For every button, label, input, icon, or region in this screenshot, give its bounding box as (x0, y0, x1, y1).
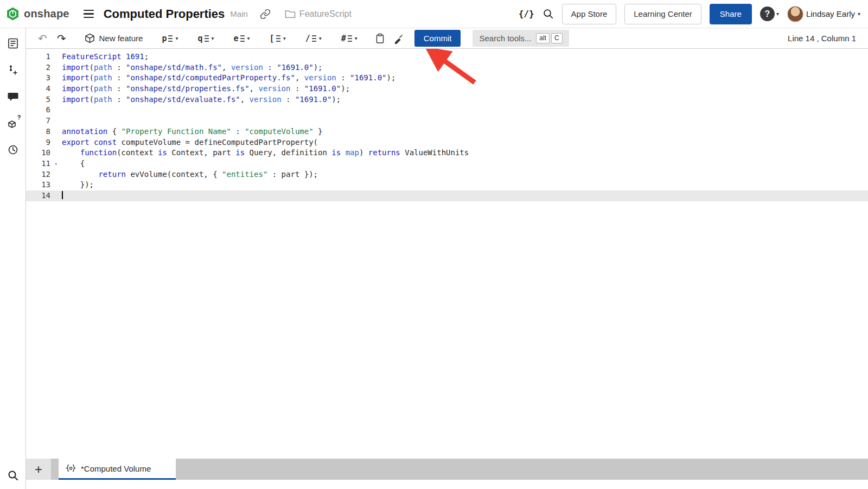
search-icon[interactable] (542, 8, 554, 20)
chevron-down-icon: ▾ (355, 35, 358, 41)
code-text[interactable]: import(path : "onshape/std/evaluate.fs",… (60, 94, 868, 105)
tool-glyph-icon: p (162, 35, 167, 42)
code-line-7[interactable]: 7 (26, 116, 868, 126)
code-text[interactable]: import(path : "onshape/std/computedPartP… (60, 73, 868, 84)
search-in-document-icon[interactable] (0, 469, 26, 481)
onshape-logo: onshape (5, 7, 69, 21)
code-text[interactable] (60, 116, 868, 126)
line-number[interactable]: 5 (26, 94, 60, 105)
question-badge: ? (17, 114, 21, 120)
editor-tool-dropdown-4[interactable]: [▾ (264, 33, 292, 44)
tab-computed-volume[interactable]: *Computed Volume (59, 459, 176, 480)
code-line-1[interactable]: 1FeatureScript 1691; (26, 52, 868, 62)
user-name: Lindsay Early (806, 9, 855, 18)
code-line-9[interactable]: 9export const computeVolume = defineComp… (26, 137, 868, 148)
comments-icon[interactable] (6, 90, 20, 104)
code-line-6[interactable]: 6 (26, 105, 868, 116)
line-number[interactable]: 1 (26, 52, 60, 62)
line-number[interactable]: 4 (26, 84, 60, 94)
line-number[interactable]: 10 (26, 148, 60, 158)
chevron-down-icon: ▾ (212, 35, 214, 41)
help-icon[interactable]: ? (760, 7, 775, 21)
line-number[interactable]: 14 (26, 190, 60, 201)
tab-label: *Computed Volume (81, 464, 151, 473)
feature-outline-panel-icon[interactable] (6, 36, 20, 50)
redo-button[interactable]: ↷ (54, 32, 69, 45)
linked-documents-icon[interactable]: ? (6, 116, 20, 130)
line-number[interactable]: 9 (26, 137, 60, 148)
help-menu[interactable]: ? ▾ (760, 7, 779, 21)
editor-tool-dropdown-3[interactable]: e▾ (228, 33, 256, 44)
code-text[interactable]: return evVolume(context, { "entities" : … (60, 169, 868, 180)
learning-center-button[interactable]: Learning Center (624, 4, 701, 24)
code-line-5[interactable]: 5import(path : "onshape/std/evaluate.fs"… (26, 94, 868, 105)
breadcrumb[interactable]: FeatureScript (285, 9, 352, 19)
insert-node-icon[interactable] (6, 63, 20, 77)
tool-glyph-icon: / (305, 35, 310, 42)
main-menu-icon[interactable] (84, 10, 94, 18)
code-line-13[interactable]: 13 }); (26, 180, 868, 190)
chevron-down-icon: ▾ (319, 35, 322, 41)
line-number[interactable]: 11▾ (26, 158, 60, 169)
kbd-alt: alt (536, 33, 550, 44)
new-feature-button[interactable]: New feature (81, 33, 146, 44)
editor-toolbar: ↶ ↷ New feature p▾q▾e▾[▾/▾#▾ Commit Sear… (26, 28, 868, 49)
fold-toggle-icon[interactable]: ▾ (55, 159, 58, 170)
editor-tool-dropdown-2[interactable]: q▾ (192, 33, 220, 44)
history-icon[interactable] (6, 143, 20, 157)
code-text[interactable]: { (60, 158, 868, 169)
editor-tool-dropdown-1[interactable]: p▾ (156, 33, 184, 44)
code-text[interactable]: annotation { "Property Function Name" : … (60, 126, 868, 137)
editor-tool-dropdown-6[interactable]: #▾ (335, 33, 363, 44)
user-menu[interactable]: Lindsay Early ▾ (787, 6, 860, 22)
format-code-button[interactable] (389, 32, 408, 45)
app-store-button[interactable]: App Store (562, 4, 617, 24)
undo-button[interactable]: ↶ (35, 32, 50, 45)
search-tools-placeholder: Search tools... (479, 34, 531, 43)
document-title: Computed Properties (104, 7, 225, 21)
code-line-11[interactable]: 11▾ { (26, 158, 868, 169)
code-text[interactable]: }); (60, 180, 868, 190)
cube-icon (85, 33, 95, 43)
line-number[interactable]: 7 (26, 116, 60, 126)
workspace-name[interactable]: Main (230, 9, 248, 18)
line-number[interactable]: 8 (26, 126, 60, 137)
code-line-3[interactable]: 3import(path : "onshape/std/computedPart… (26, 73, 868, 84)
new-feature-label: New feature (99, 34, 143, 43)
line-number[interactable]: 6 (26, 105, 60, 116)
tool-lines-icon (168, 35, 173, 42)
code-text[interactable]: function(context is Context, part is Que… (60, 148, 868, 158)
line-number[interactable]: 3 (26, 73, 60, 84)
tool-glyph-icon: q (197, 35, 202, 42)
share-button[interactable]: Share (710, 4, 752, 24)
code-editor[interactable]: 1FeatureScript 1691;2import(path : "onsh… (26, 49, 868, 459)
code-lines: 1FeatureScript 1691;2import(path : "onsh… (26, 52, 868, 201)
tool-lines-icon (276, 35, 280, 42)
code-text[interactable]: import(path : "onshape/std/math.fs", ver… (60, 62, 868, 73)
paste-button[interactable] (371, 32, 389, 45)
code-braces-icon[interactable]: {/} (519, 9, 534, 19)
code-line-12[interactable]: 12 return evVolume(context, { "entities"… (26, 169, 868, 180)
search-tools-field[interactable]: Search tools... alt C (473, 30, 569, 47)
editor-tool-dropdown-5[interactable]: /▾ (299, 33, 328, 44)
line-number[interactable]: 12 (26, 169, 60, 180)
code-line-14[interactable]: 14 (26, 190, 868, 201)
code-line-2[interactable]: 2import(path : "onshape/std/math.fs", ve… (26, 62, 868, 73)
code-text[interactable]: FeatureScript 1691; (60, 52, 868, 62)
commit-button[interactable]: Commit (414, 30, 461, 47)
folder-icon (285, 9, 296, 19)
code-line-4[interactable]: 4import(path : "onshape/std/properties.f… (26, 84, 868, 94)
line-number[interactable]: 13 (26, 180, 60, 190)
add-tab-button[interactable]: + (26, 459, 51, 480)
link-icon[interactable] (260, 9, 271, 20)
code-line-8[interactable]: 8annotation { "Property Function Name" :… (26, 126, 868, 137)
tool-glyph-icon: e (234, 35, 239, 42)
user-avatar[interactable] (787, 6, 803, 22)
left-sidebar: ? (0, 28, 26, 489)
line-number[interactable]: 2 (26, 62, 60, 73)
code-line-10[interactable]: 10 function(context is Context, part is … (26, 148, 868, 158)
code-text[interactable]: import(path : "onshape/std/properties.fs… (60, 84, 868, 94)
code-text[interactable]: export const computeVolume = defineCompu… (60, 137, 868, 148)
code-text[interactable] (60, 105, 868, 116)
code-text[interactable] (60, 190, 868, 201)
